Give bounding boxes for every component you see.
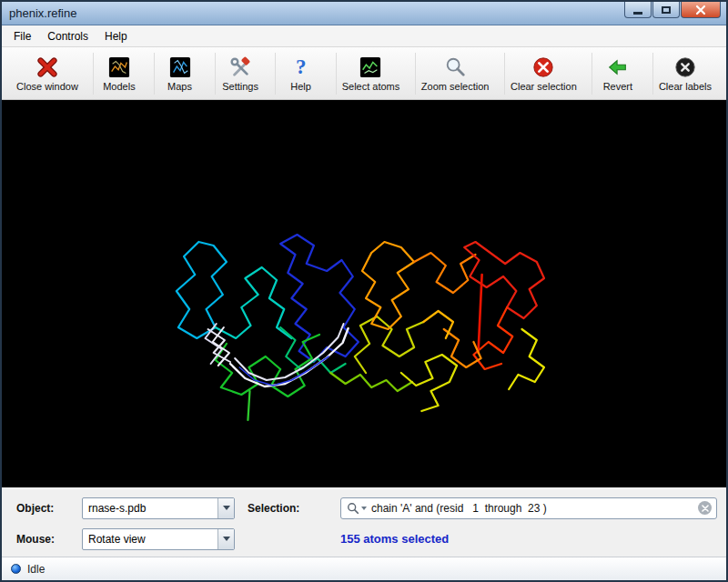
close-icon — [695, 5, 706, 15]
toolbar-button-help[interactable]: ? Help — [275, 53, 326, 95]
menu-controls[interactable]: Controls — [39, 26, 96, 46]
toolbar-button-revert[interactable]: Revert — [592, 53, 642, 95]
toolbar-button-label: Maps — [167, 81, 192, 92]
status-led-icon — [11, 564, 21, 574]
molecule-svg — [2, 100, 726, 487]
molecule-viewport[interactable] — [2, 100, 726, 487]
selection-searchbox[interactable] — [340, 497, 717, 519]
maximize-icon — [662, 6, 671, 14]
close-button[interactable] — [681, 2, 721, 18]
chevron-down-icon — [223, 537, 230, 541]
toolbar-button-label: Help — [290, 81, 311, 92]
search-icon — [347, 502, 359, 515]
selection-label: Selection: — [248, 502, 328, 515]
settings-icon — [228, 55, 252, 79]
chevron-down-icon — [223, 506, 230, 510]
toolbar-button-clear-labels[interactable]: Clear labels — [652, 53, 717, 95]
menu-file[interactable]: File — [5, 26, 39, 46]
toolbar-button-label: Settings — [222, 81, 258, 92]
menubar: File Controls Help — [2, 25, 726, 47]
mouse-dropdown-arrow[interactable] — [217, 529, 234, 549]
toolbar-button-label: Clear selection — [511, 81, 577, 92]
clear-search-button[interactable] — [698, 501, 712, 515]
clear-search-icon — [702, 505, 709, 512]
selection-input[interactable] — [371, 502, 698, 515]
maps-icon — [168, 55, 192, 79]
mouse-dropdown[interactable]: Rotate view — [82, 528, 235, 550]
window-controls — [623, 2, 721, 18]
select-atoms-icon — [359, 55, 382, 79]
toolbar-button-label: Zoom selection — [421, 81, 490, 92]
zoom-selection-icon — [443, 55, 467, 79]
maximize-button[interactable] — [652, 2, 680, 18]
search-menu-caret-icon[interactable] — [361, 507, 367, 510]
clear-selection-icon — [531, 55, 555, 79]
mouse-label: Mouse: — [16, 533, 69, 546]
toolbar-button-label: Clear labels — [659, 81, 712, 92]
toolbar-button-label: Revert — [603, 81, 632, 92]
status-text: Idle — [27, 563, 45, 576]
minimize-button[interactable] — [624, 2, 652, 18]
object-dropdown-arrow[interactable] — [217, 498, 234, 518]
toolbar: Close window Models Maps — [2, 47, 726, 100]
toolbar-button-zoom-selection[interactable]: Zoom selection — [415, 53, 495, 95]
object-dropdown-value: rnase-s.pdb — [83, 502, 146, 515]
mouse-dropdown-value: Rotate view — [83, 533, 146, 546]
toolbar-button-clear-selection[interactable]: Clear selection — [504, 53, 582, 95]
toolbar-button-settings[interactable]: Settings — [215, 53, 266, 95]
object-label: Object: — [16, 502, 69, 515]
revert-icon — [606, 55, 630, 79]
titlebar[interactable]: phenix.refine — [2, 2, 726, 25]
controls-panel: Object: rnase-s.pdb Selection: Mouse: — [2, 487, 726, 557]
models-icon — [107, 55, 131, 79]
menu-help[interactable]: Help — [96, 26, 136, 46]
app-window: phenix.refine File Controls Help — [0, 0, 728, 582]
window-title: phenix.refine — [9, 6, 76, 20]
statusbar: Idle — [2, 557, 726, 580]
toolbar-button-close-window[interactable]: Close window — [11, 53, 84, 95]
clear-labels-icon — [673, 55, 697, 79]
atoms-selected-status: 155 atoms selected — [340, 532, 717, 546]
toolbar-button-label: Select atoms — [342, 81, 400, 92]
object-dropdown[interactable]: rnase-s.pdb — [82, 497, 235, 519]
toolbar-button-label: Close window — [16, 81, 78, 92]
close-window-icon — [35, 55, 59, 79]
minimize-icon — [633, 12, 642, 15]
toolbar-button-select-atoms[interactable]: Select atoms — [336, 53, 406, 95]
toolbar-button-models[interactable]: Models — [93, 53, 144, 95]
toolbar-button-label: Models — [103, 81, 135, 92]
toolbar-button-maps[interactable]: Maps — [154, 53, 205, 95]
help-icon: ? — [289, 55, 313, 79]
